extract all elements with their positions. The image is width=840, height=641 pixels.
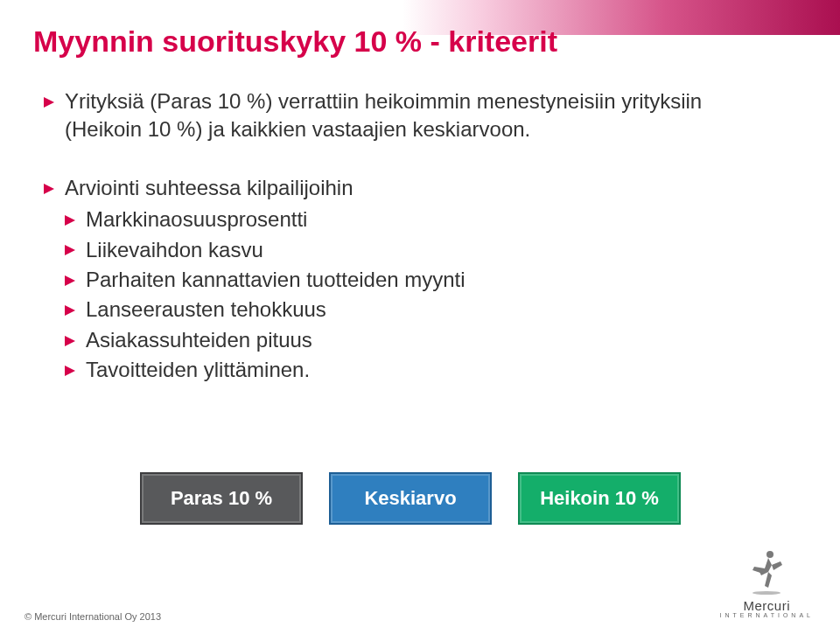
triangle-right-icon bbox=[65, 215, 75, 226]
badge-paras-label: Paras 10 % bbox=[171, 487, 272, 510]
badge-paras: Paras 10 % bbox=[140, 472, 303, 525]
list-item: Parhaiten kannattavien tuotteiden myynti bbox=[65, 266, 761, 294]
footer-copyright: © Mercuri International Oy 2013 bbox=[24, 611, 161, 622]
slide-title: Myynnin suorituskyky 10 % - kriteerit bbox=[33, 24, 557, 59]
badges-row: Paras 10 % Keskiarvo Heikoin 10 % bbox=[140, 472, 681, 525]
list-item: Tavoitteiden ylittäminen. bbox=[65, 356, 761, 384]
list-item-text: Parhaiten kannattavien tuotteiden myynti bbox=[86, 268, 466, 291]
triangle-right-icon bbox=[65, 245, 75, 255]
badge-heikoin-label: Heikoin 10 % bbox=[540, 487, 659, 510]
triangle-right-icon bbox=[65, 336, 75, 346]
company-logo: Mercuri INTERNATIONAL bbox=[720, 547, 815, 618]
logo-runner-figure-icon bbox=[746, 547, 788, 596]
list-item-text: Markkinaosuusprosentti bbox=[86, 207, 307, 231]
logo-text-bottom: INTERNATIONAL bbox=[720, 612, 815, 618]
badge-keskiarvo-label: Keskiarvo bbox=[364, 487, 456, 510]
svg-point-0 bbox=[766, 551, 774, 558]
badge-heikoin: Heikoin 10 % bbox=[518, 472, 681, 525]
triangle-right-icon bbox=[44, 184, 54, 194]
badge-keskiarvo: Keskiarvo bbox=[329, 472, 492, 525]
list-item: Markkinaosuusprosentti bbox=[65, 206, 761, 233]
list-item-text: Lanseerausten tehokkuus bbox=[86, 297, 326, 321]
triangle-right-icon bbox=[65, 366, 75, 376]
list-item: Liikevaihdon kasvu bbox=[65, 236, 761, 264]
triangle-right-icon bbox=[44, 97, 54, 108]
slide-content: Yrityksiä (Paras 10 %) verrattiin heikoi… bbox=[44, 87, 761, 385]
list-item-text: Asiakassuhteiden pituus bbox=[86, 328, 312, 352]
list-item-text: Liikevaihdon kasvu bbox=[86, 238, 263, 261]
intro-text: Yrityksiä (Paras 10 %) verrattiin heikoi… bbox=[65, 89, 702, 141]
intro-bullet: Yrityksiä (Paras 10 %) verrattiin heikoi… bbox=[44, 87, 761, 144]
list-item: Asiakassuhteiden pituus bbox=[65, 326, 761, 354]
criteria-heading-text: Arviointi suhteessa kilpailijoihin bbox=[65, 176, 354, 199]
svg-point-1 bbox=[752, 591, 780, 595]
triangle-right-icon bbox=[65, 305, 75, 316]
logo-text-top: Mercuri bbox=[720, 598, 815, 613]
list-item-text: Tavoitteiden ylittäminen. bbox=[86, 358, 310, 381]
criteria-heading-bullet: Arviointi suhteessa kilpailijoihin bbox=[44, 174, 761, 202]
criteria-section: Arviointi suhteessa kilpailijoihin Markk… bbox=[44, 174, 761, 385]
slide: Myynnin suorituskyky 10 % - kriteerit Yr… bbox=[0, 0, 840, 641]
list-item: Lanseerausten tehokkuus bbox=[65, 296, 761, 324]
triangle-right-icon bbox=[65, 275, 75, 286]
